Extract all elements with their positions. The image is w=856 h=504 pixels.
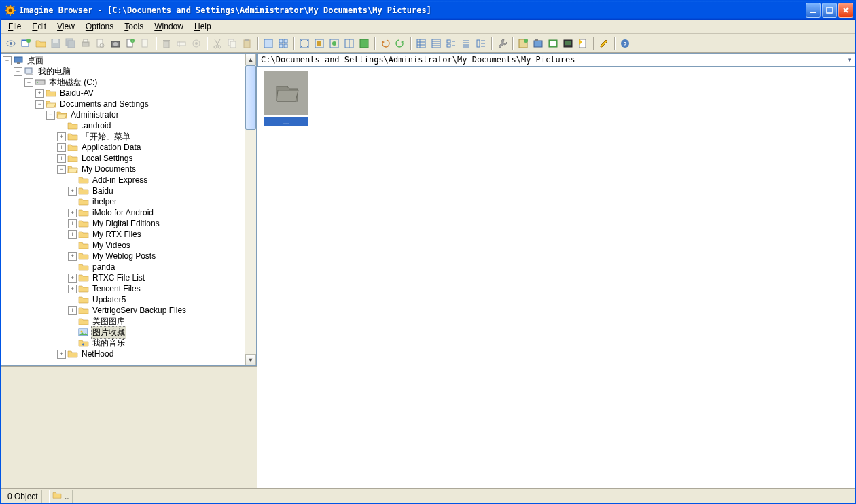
thumbnail-area[interactable]: ... bbox=[257, 67, 855, 488]
tool-c-icon[interactable] bbox=[546, 36, 560, 51]
svg-rect-35 bbox=[177, 42, 185, 46]
scroll-down-icon[interactable]: ▼ bbox=[245, 354, 256, 365]
folder-icon bbox=[78, 262, 89, 272]
new-doc-icon[interactable]: + bbox=[123, 36, 138, 51]
preview-icon[interactable] bbox=[93, 36, 108, 51]
rotate-right-icon[interactable] bbox=[393, 36, 408, 51]
tree-baidu[interactable]: Baidu bbox=[91, 186, 115, 196]
zoom-actual-icon[interactable] bbox=[312, 36, 327, 51]
folder-icon bbox=[52, 491, 62, 501]
tree-startmenu[interactable]: 「开始」菜单 bbox=[80, 131, 132, 143]
new-window-icon[interactable] bbox=[18, 36, 33, 51]
delete-icon[interactable] bbox=[159, 36, 174, 51]
menu-view[interactable]: View bbox=[52, 20, 79, 33]
folder-icon bbox=[67, 154, 78, 163]
tree-scrollbar[interactable]: ▲ ▼ bbox=[245, 54, 256, 365]
menu-tools[interactable]: Tools bbox=[120, 20, 148, 33]
list-view5-icon[interactable] bbox=[474, 36, 488, 51]
tree-weblog[interactable]: My Weblog Posts bbox=[91, 251, 157, 261]
scroll-thumb[interactable] bbox=[245, 65, 256, 130]
tree-imolo[interactable]: iMolo for Android bbox=[91, 208, 155, 217]
statusbar: 0 Object .. bbox=[1, 488, 855, 503]
folder-tree[interactable]: −桌面 −我的电脑 −本地磁盘 (C:) +Baidu-AV −Document… bbox=[1, 54, 245, 365]
zoom-in-icon[interactable] bbox=[327, 36, 342, 51]
help-icon[interactable]: ? bbox=[618, 36, 632, 51]
saveall-icon[interactable] bbox=[63, 36, 78, 51]
titlebar: Imagine Browser - [C:\Documents and Sett… bbox=[1, 1, 855, 20]
folder-icon bbox=[78, 186, 89, 196]
tree-mycomputer[interactable]: 我的电脑 bbox=[37, 66, 72, 77]
list-view2-icon[interactable] bbox=[429, 36, 444, 51]
tree-updater[interactable]: Updater5 bbox=[91, 295, 127, 304]
view-icon[interactable] bbox=[3, 36, 18, 51]
thumb-small-icon[interactable] bbox=[276, 36, 291, 51]
menu-edit[interactable]: Edit bbox=[27, 20, 51, 33]
cut-icon[interactable] bbox=[210, 36, 225, 51]
tree-admin[interactable]: Administrator bbox=[69, 110, 120, 120]
zoom-fit-icon[interactable] bbox=[297, 36, 312, 51]
layout-split-icon[interactable] bbox=[342, 36, 357, 51]
minimize-button[interactable] bbox=[806, 3, 821, 18]
detail-pane bbox=[1, 366, 257, 488]
svg-line-8 bbox=[13, 6, 14, 7]
folder-icon[interactable] bbox=[33, 36, 48, 51]
edit-icon[interactable] bbox=[596, 36, 611, 51]
tool-b-icon[interactable] bbox=[531, 36, 546, 51]
tree-myvideos[interactable]: My Videos bbox=[91, 240, 132, 250]
tree-panda[interactable]: panda bbox=[91, 262, 116, 272]
tool-a-icon[interactable] bbox=[516, 36, 531, 51]
tree-desktop[interactable]: 桌面 bbox=[26, 55, 45, 67]
tree-appdata[interactable]: Application Data bbox=[80, 143, 142, 152]
menu-help[interactable]: Help bbox=[190, 20, 216, 33]
save-icon[interactable] bbox=[48, 36, 63, 51]
tree-ihelper[interactable]: ihelper bbox=[91, 197, 118, 206]
tree-vertrigo[interactable]: VertrigoServ Backup Files bbox=[91, 306, 188, 315]
status-count: 0 Object bbox=[5, 490, 42, 503]
paste-doc-icon[interactable] bbox=[138, 36, 153, 51]
tree-nethood[interactable]: NetHood bbox=[80, 349, 115, 359]
list-view1-icon[interactable] bbox=[414, 36, 429, 51]
layout-full-icon[interactable] bbox=[357, 36, 372, 51]
tool-d-icon[interactable] bbox=[560, 36, 575, 51]
rename-icon[interactable] bbox=[174, 36, 189, 51]
thumbnail-item[interactable]: ... bbox=[262, 71, 310, 128]
rotate-left-icon[interactable] bbox=[378, 36, 393, 51]
tree-mde[interactable]: My Digital Editions bbox=[91, 219, 161, 228]
camera-icon[interactable] bbox=[108, 36, 123, 51]
close-button[interactable] bbox=[838, 3, 853, 18]
tree-docset[interactable]: Documents and Settings bbox=[58, 99, 150, 109]
list-view3-icon[interactable] bbox=[444, 36, 459, 51]
tree-rtx[interactable]: My RTX Files bbox=[91, 230, 143, 239]
tree-hdd[interactable]: 本地磁盘 (C:) bbox=[48, 77, 99, 88]
folder-icon bbox=[67, 349, 78, 359]
svg-rect-22 bbox=[68, 41, 75, 48]
svg-text:?: ? bbox=[623, 41, 627, 48]
scroll-up-icon[interactable]: ▲ bbox=[245, 54, 256, 65]
tree-mydocs[interactable]: My Documents bbox=[80, 164, 137, 174]
menu-options[interactable]: Options bbox=[81, 20, 118, 33]
settings-icon[interactable] bbox=[189, 36, 204, 51]
tree-android[interactable]: .android bbox=[80, 121, 112, 130]
folder-icon bbox=[78, 251, 89, 261]
svg-rect-50 bbox=[279, 44, 283, 48]
tree-tencent[interactable]: Tencent Files bbox=[91, 284, 142, 293]
paste-icon[interactable] bbox=[240, 36, 255, 51]
menu-file[interactable]: File bbox=[3, 20, 26, 33]
tree-rtxc[interactable]: RTXC File List bbox=[91, 273, 146, 283]
menu-window[interactable]: Window bbox=[149, 20, 188, 33]
copy-icon[interactable] bbox=[225, 36, 240, 51]
tool-e-icon[interactable] bbox=[575, 36, 590, 51]
tool-wrench-icon[interactable] bbox=[495, 36, 510, 51]
tree-localset[interactable]: Local Settings bbox=[80, 154, 134, 163]
tree-mymusic[interactable]: 我的音乐 bbox=[91, 338, 126, 349]
maximize-button[interactable] bbox=[822, 3, 837, 18]
tree-baiduav[interactable]: Baidu-AV bbox=[58, 88, 95, 98]
print-icon[interactable] bbox=[78, 36, 93, 51]
chevron-down-icon[interactable]: ▾ bbox=[844, 56, 855, 63]
address-bar[interactable]: C:\Documents and Settings\Administrator\… bbox=[257, 53, 855, 67]
tree-addin[interactable]: Add-in Express bbox=[91, 175, 149, 185]
svg-point-15 bbox=[10, 42, 12, 45]
hdd-icon bbox=[35, 77, 46, 87]
list-view4-icon[interactable] bbox=[459, 36, 474, 51]
thumb-large-icon[interactable] bbox=[261, 36, 276, 51]
